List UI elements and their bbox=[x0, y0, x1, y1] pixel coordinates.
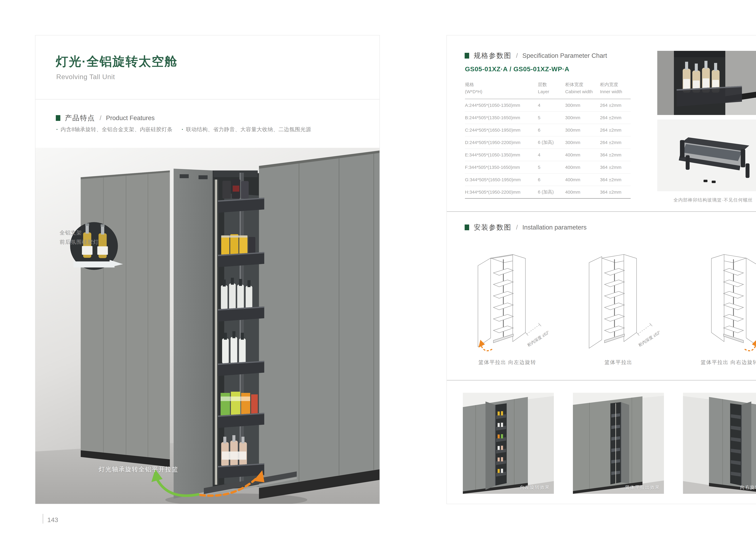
spec-photos: 全内部棒卯结构玻璃篮·不见任何螺丝 bbox=[657, 51, 756, 203]
installation-diagrams: 柜内深度 ≥520mm 篮体平拉出 向左边旋转 bbox=[457, 240, 756, 366]
glass-basket-photo bbox=[657, 119, 756, 191]
spec-table-header: 规格(W*D*H) 层数Layer 柜体宽度Cabinet width 柜内宽度… bbox=[465, 81, 631, 99]
effect-caption: 篮体平拉出效果 bbox=[625, 484, 660, 490]
isometric-cabinet-diagram: 柜内深度 ≥520mm bbox=[466, 240, 548, 358]
effect-photo-rotate-left: 向左旋转效果 bbox=[463, 393, 554, 494]
heading-separator: / bbox=[516, 224, 518, 231]
heading-separator: / bbox=[516, 52, 518, 59]
catalog-spread: 灯光·全铝旋转太空舱 Revolving Tall Unit 产品特点 / Pr… bbox=[0, 0, 756, 536]
col-header: 柜内宽度Inner width bbox=[600, 81, 631, 95]
isometric-cabinet-diagram bbox=[689, 240, 756, 358]
effect-photo-illustration bbox=[683, 393, 756, 494]
effect-caption: 向左旋转效果 bbox=[520, 484, 550, 490]
spec-table: 规格(W*D*H) 层数Layer 柜体宽度Cabinet width 柜内宽度… bbox=[465, 81, 631, 199]
spec-heading-en: Specification Parameter Chart bbox=[522, 52, 607, 59]
spec-photo-caption: 全内部棒卯结构玻璃篮·不见任何螺丝 bbox=[657, 197, 756, 203]
section-divider bbox=[447, 380, 756, 381]
col-header: 层数Layer bbox=[538, 81, 565, 95]
diagram-rotate-right: 篮体平拉出 向右边旋转 bbox=[680, 240, 756, 366]
section-marker-icon bbox=[465, 224, 469, 230]
side-callout-line2: 前后氛围硅胶灯 bbox=[60, 237, 99, 247]
table-row: A:244*505*(1050-1350)mm4 300mm264 ±2mm bbox=[465, 99, 631, 112]
spec-heading-cn: 规格参数图 bbox=[474, 51, 512, 60]
heading-separator: / bbox=[100, 115, 102, 122]
col-header: 柜体宽度Cabinet width bbox=[565, 81, 600, 95]
left-page: 灯光·全铝旋转太空舱 Revolving Tall Unit 产品特点 / Pr… bbox=[35, 35, 380, 504]
diagram-caption: 篮体平拉出 向右边旋转 bbox=[701, 359, 756, 366]
model-codes: GS05-01XZ·A / GS05-01XZ-WP·A bbox=[465, 65, 569, 73]
left-page-footer: 143 bbox=[43, 514, 58, 523]
effect-photos: 向左旋转效果 bbox=[463, 393, 756, 494]
effect-photo-illustration bbox=[573, 393, 664, 494]
install-heading-en: Installation parameters bbox=[522, 224, 587, 231]
effect-photo-illustration bbox=[463, 393, 554, 494]
spec-section-heading: 规格参数图 / Specification Parameter Chart bbox=[465, 51, 607, 60]
open-door bbox=[173, 169, 213, 499]
basket-closeup-photo bbox=[657, 51, 756, 115]
page-number: 143 bbox=[47, 516, 58, 523]
install-heading-cn: 安装参数图 bbox=[474, 223, 512, 232]
effect-photo-pullout: 篮体平拉出效果 bbox=[573, 393, 664, 494]
right-page: 规格参数图 / Specification Parameter Chart GS… bbox=[447, 35, 756, 504]
effect-photo-rotate-right: 向右旋转效果 bbox=[683, 393, 756, 494]
product-photo-illustration bbox=[35, 148, 380, 504]
table-row: E:344*505*(1050-1350)mm4 400mm364 ±2mm bbox=[465, 149, 631, 161]
feature-bullet: 内含8轴承旋转、全铝合金支架、内嵌硅胶灯条 bbox=[56, 126, 173, 133]
features-heading-en: Product Features bbox=[106, 115, 155, 122]
table-row: F:344*505*(1350-1650)mm5 400mm364 ±2mm bbox=[465, 161, 631, 174]
table-row: B:244*505*(1350-1650)mm5 300mm264 ±2mm bbox=[465, 112, 631, 124]
section-marker-icon bbox=[56, 115, 60, 121]
side-callout: 全铝支架 前后氛围硅胶灯 bbox=[60, 228, 99, 247]
title-divider bbox=[35, 99, 380, 99]
diagram-caption: 篮体平拉出 向左边旋转 bbox=[478, 359, 536, 366]
table-row: G:344*505*(1650-1950)mm6 400mm364 ±2mm bbox=[465, 174, 631, 186]
product-photo: 全铝支架 前后氛围硅胶灯 灯光轴承旋转全铝平开拉篮 bbox=[35, 148, 380, 504]
feature-bullet: 联动结构、省力静音、大容量大收纳、二边氛围光源 bbox=[182, 126, 311, 133]
install-section-heading: 安装参数图 / Installation parameters bbox=[465, 223, 587, 232]
diagram-pullout: 柜内深度 ≥520mm 篮体平拉出 bbox=[569, 240, 668, 366]
feature-bullets: 内含8轴承旋转、全铝合金支架、内嵌硅胶灯条 联动结构、省力静音、大容量大收纳、二… bbox=[56, 126, 311, 133]
table-row: H:344*505*(1950-2200)mm6 (加高) 400mm364 ±… bbox=[465, 186, 631, 199]
right-cabinet bbox=[259, 151, 380, 499]
effect-caption: 向右旋转效果 bbox=[740, 484, 756, 490]
table-row: D:244*505*(1950-2200)mm6 (加高) 300mm264 ±… bbox=[465, 136, 631, 149]
page-title: 灯光·全铝旋转太空舱 bbox=[56, 53, 177, 70]
section-divider bbox=[447, 211, 756, 212]
bottom-callout: 灯光轴承旋转全铝平开拉篮 bbox=[99, 465, 178, 474]
col-header: 规格(W*D*H) bbox=[465, 81, 538, 95]
left-cabinet bbox=[81, 171, 170, 467]
table-row: C:244*505*(1650-1950)mm6 300mm264 ±2mm bbox=[465, 124, 631, 136]
footer-divider-line bbox=[43, 514, 43, 523]
depth-dimension-label: 柜内深度 ≥520mm bbox=[638, 325, 659, 348]
isometric-cabinet-diagram: 柜内深度 ≥520mm bbox=[578, 240, 659, 358]
features-heading-cn: 产品特点 bbox=[65, 113, 95, 123]
features-section-heading: 产品特点 / Product Features bbox=[56, 113, 155, 123]
section-marker-icon bbox=[465, 53, 469, 58]
page-subtitle: Revolving Tall Unit bbox=[56, 73, 115, 81]
side-callout-line1: 全铝支架 bbox=[60, 228, 99, 237]
diagram-caption: 篮体平拉出 bbox=[605, 359, 632, 366]
depth-dimension-label: 柜内深度 ≥520mm bbox=[526, 325, 548, 348]
diagram-rotate-left: 柜内深度 ≥520mm 篮体平拉出 向左边旋转 bbox=[457, 240, 557, 366]
